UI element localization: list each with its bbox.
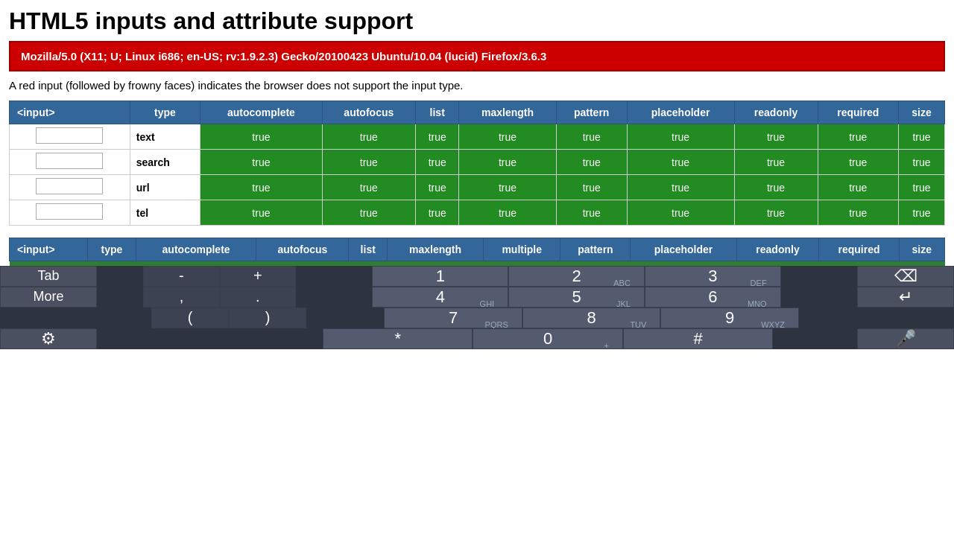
keyboard-overlay: Tab - + 1 2 ABC 3 DEF ⌫ More , xyxy=(0,266,954,349)
gap-key-4c xyxy=(773,328,857,349)
settings-icon: ⚙ xyxy=(41,329,56,349)
col-autofocus: autofocus xyxy=(322,101,415,124)
type-cell: tel xyxy=(130,200,200,226)
gap-key-2b xyxy=(296,287,372,308)
gap-key-3-left xyxy=(0,308,104,328)
col-type: type xyxy=(130,101,200,124)
col-input: <input> xyxy=(10,101,130,124)
microphone-icon: 🎤 xyxy=(896,329,916,349)
readonly-cell: true xyxy=(734,124,818,150)
gap-key-2a xyxy=(97,287,143,308)
col-autocomplete: autocomplete xyxy=(200,101,322,124)
rparen-key[interactable]: ) xyxy=(229,308,306,328)
keyboard-row-1: Tab - + 1 2 ABC 3 DEF ⌫ xyxy=(0,266,954,287)
key-9[interactable]: 9 WXYZ xyxy=(660,308,799,328)
col-size2: size xyxy=(899,238,944,261)
col-readonly2: readonly xyxy=(736,238,819,261)
type-cell: url xyxy=(130,175,200,200)
input-support-table-1: <input> type autocomplete autofocus list… xyxy=(9,101,945,226)
input-preview-cell xyxy=(10,124,130,150)
key-3[interactable]: 3 DEF xyxy=(645,266,781,287)
col-type2: type xyxy=(87,238,136,261)
gap-key-3a xyxy=(104,308,151,328)
key-0[interactable]: 0 + xyxy=(473,328,622,349)
col-maxlength2: maxlength xyxy=(388,238,484,261)
gap-key-2c xyxy=(781,287,857,308)
size-cell: true xyxy=(898,124,944,150)
col-placeholder: placeholder xyxy=(627,101,734,124)
key-5[interactable]: 5 JKL xyxy=(508,287,645,308)
plus-key[interactable]: + xyxy=(220,266,296,287)
input-support-table-2: <input> type autocomplete autofocus list… xyxy=(9,238,945,266)
gap-key-4b xyxy=(148,328,323,349)
list-cell: true xyxy=(416,124,459,150)
key-7[interactable]: 7 PQRS xyxy=(384,308,522,328)
gap-key-1a xyxy=(97,266,143,287)
key-1[interactable]: 1 xyxy=(372,266,508,287)
type-cell: text xyxy=(130,124,200,150)
backspace-key[interactable]: ⌫ xyxy=(857,266,954,287)
key-8[interactable]: 8 TUV xyxy=(522,308,661,328)
col-pattern2: pattern xyxy=(560,238,631,261)
col-autocomplete2: autocomplete xyxy=(136,238,256,261)
keyboard-row-2: More , . 4 GHI 5 JKL 6 MNO ↵ xyxy=(0,287,954,308)
page-title: HTML5 inputs and attribute support xyxy=(0,0,954,41)
col-autofocus2: autofocus xyxy=(256,238,349,261)
input-preview-cell xyxy=(10,200,130,226)
col-required2: required xyxy=(819,238,899,261)
col-list: list xyxy=(416,101,459,124)
gap-key-1b xyxy=(296,266,372,287)
col-list2: list xyxy=(349,238,388,261)
gap-key-3d xyxy=(876,308,954,328)
page-description: A red input (followed by frowny faces) i… xyxy=(0,79,954,101)
autofocus-cell: true xyxy=(322,124,415,150)
lparen-key[interactable]: ( xyxy=(151,308,229,328)
key-star[interactable]: * xyxy=(323,328,473,349)
type-cell: search xyxy=(130,150,200,175)
user-agent-bar: Mozilla/5.0 (X11; U; Linux i686; en-US; … xyxy=(9,41,945,71)
keyboard-row-4: ⚙ * 0 + # 🎤 xyxy=(0,328,954,349)
col-multiple2: multiple xyxy=(483,238,560,261)
gap-key-1c xyxy=(781,266,857,287)
required-cell: true xyxy=(818,124,898,150)
table-row: tel true true true true true true true t… xyxy=(10,200,945,226)
gap-key-3c xyxy=(799,308,876,328)
table-row: text true true true true true true true … xyxy=(10,124,945,150)
comma-key[interactable]: , xyxy=(143,287,219,308)
settings-key[interactable]: ⚙ xyxy=(0,328,97,349)
period-key[interactable]: . xyxy=(220,287,296,308)
col-readonly: readonly xyxy=(734,101,818,124)
enter-key[interactable]: ↵ xyxy=(857,287,954,308)
input-preview-cell xyxy=(10,150,130,175)
mic-key[interactable]: 🎤 xyxy=(857,328,954,349)
col-maxlength: maxlength xyxy=(459,101,556,124)
autocomplete-cell: true xyxy=(200,124,322,150)
dash-key[interactable]: - xyxy=(143,266,219,287)
table-row: search true true true true true true tru… xyxy=(10,150,945,175)
maxlength-cell: true xyxy=(459,124,556,150)
col-placeholder2: placeholder xyxy=(631,238,736,261)
key-2[interactable]: 2 ABC xyxy=(508,266,645,287)
tab-key[interactable]: Tab xyxy=(0,266,97,287)
key-6[interactable]: 6 MNO xyxy=(645,287,781,308)
gap-key-3b xyxy=(306,308,384,328)
col-pattern: pattern xyxy=(556,101,627,124)
gap-key-4a xyxy=(97,328,148,349)
key-hash[interactable]: # xyxy=(623,328,773,349)
more-key[interactable]: More xyxy=(0,287,97,308)
table-row: url true true true true true true true t… xyxy=(10,175,945,200)
placeholder-cell: true xyxy=(627,124,734,150)
key-4[interactable]: 4 GHI xyxy=(372,287,508,308)
keyboard-row-3: ( ) 7 PQRS 8 TUV 9 WXYZ xyxy=(0,308,954,328)
input-preview-cell xyxy=(10,175,130,200)
pattern-cell: true xyxy=(556,124,627,150)
col-size: size xyxy=(898,101,944,124)
col-input2: <input> xyxy=(10,238,88,261)
col-required: required xyxy=(818,101,898,124)
